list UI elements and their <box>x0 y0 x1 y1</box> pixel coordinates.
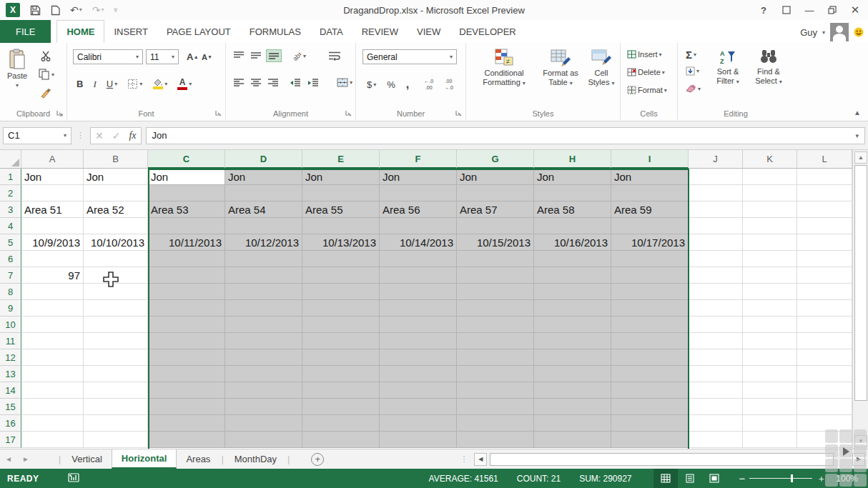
cell-G1[interactable]: Jon <box>457 169 534 185</box>
cell-D10[interactable] <box>225 317 302 333</box>
cell-E3[interactable]: Area 55 <box>302 201 380 218</box>
wrap-text-icon[interactable] <box>327 50 342 62</box>
cell-B4[interactable] <box>84 218 148 234</box>
cell-B2[interactable] <box>84 185 148 201</box>
cell-A13[interactable] <box>21 366 84 382</box>
cell-I6[interactable] <box>611 251 689 267</box>
tab-view[interactable]: VIEW <box>408 20 450 43</box>
column-header-B[interactable]: B <box>84 150 148 169</box>
scroll-down-icon[interactable]: ▼ <box>854 435 867 447</box>
expand-formula-bar-icon[interactable]: ▾ <box>855 132 859 139</box>
cell-I10[interactable] <box>611 317 689 333</box>
cell-C5[interactable]: 10/11/2013 <box>148 234 225 251</box>
cell-A5[interactable]: 10/9/2013 <box>21 234 84 251</box>
status-count[interactable]: COUNT: 21 <box>517 474 561 484</box>
cell-F5[interactable]: 10/14/2013 <box>380 234 457 251</box>
decrease-decimal-icon[interactable]: .00→.0 <box>442 77 455 91</box>
cell-A2[interactable] <box>21 185 84 201</box>
tab-review[interactable]: REVIEW <box>352 20 408 43</box>
confirm-entry-icon[interactable]: ✓ <box>112 130 121 141</box>
cell-L16[interactable] <box>797 415 852 432</box>
cell-D3[interactable]: Area 54 <box>225 201 302 218</box>
cell-I11[interactable] <box>611 333 689 349</box>
font-size-select[interactable]: 11▾ <box>146 49 179 64</box>
sheet-nav-left-icon[interactable]: ◄ <box>0 455 17 463</box>
paste-button[interactable]: Paste ▾ <box>7 49 27 89</box>
cell-I13[interactable] <box>611 366 689 382</box>
cell-B3[interactable]: Area 52 <box>84 201 148 218</box>
user-avatar[interactable] <box>830 23 849 41</box>
row-header-8[interactable]: 8 <box>0 284 21 300</box>
cell-H7[interactable] <box>534 267 611 284</box>
cell-L15[interactable] <box>797 399 852 415</box>
clipboard-dialog-launcher[interactable] <box>56 110 64 117</box>
align-bottom-icon[interactable] <box>266 49 282 62</box>
cell-F13[interactable] <box>380 366 457 382</box>
conditional-formatting-button[interactable]: ≠ Conditional Formatting ▾ <box>472 49 536 87</box>
number-dialog-launcher[interactable] <box>455 110 463 117</box>
tab-developer[interactable]: DEVELOPER <box>450 20 525 43</box>
cell-C9[interactable] <box>148 300 225 317</box>
cell-K8[interactable] <box>743 284 797 300</box>
restore-button[interactable] <box>822 1 842 19</box>
delete-cells-button[interactable]: Delete▾ <box>625 66 667 78</box>
cell-C14[interactable] <box>148 382 225 399</box>
cell-A10[interactable] <box>21 317 84 333</box>
cell-L4[interactable] <box>797 218 852 234</box>
align-center-icon[interactable] <box>249 77 263 89</box>
orientation-button[interactable]: ab ▾ <box>289 49 308 62</box>
collapse-ribbon-icon[interactable]: ▲ <box>854 109 861 116</box>
cell-E2[interactable] <box>302 185 380 201</box>
cell-C3[interactable]: Area 53 <box>148 201 225 218</box>
formula-input[interactable]: Jon ▾ <box>146 127 865 144</box>
cell-A14[interactable] <box>21 382 84 399</box>
merge-center-button[interactable]: ▾ <box>335 76 355 89</box>
cell-D9[interactable] <box>225 300 302 317</box>
align-top-icon[interactable] <box>232 50 246 61</box>
cell-C16[interactable] <box>148 415 225 432</box>
cell-G3[interactable]: Area 57 <box>457 201 534 218</box>
cell-G4[interactable] <box>457 218 534 234</box>
cell-K10[interactable] <box>743 317 797 333</box>
cell-E7[interactable] <box>302 267 380 284</box>
cell-J17[interactable] <box>689 432 743 448</box>
vertical-scrollbar-thumb[interactable] <box>854 165 867 401</box>
cell-G2[interactable] <box>457 185 534 201</box>
cell-F6[interactable] <box>380 251 457 267</box>
cell-K13[interactable] <box>743 366 797 382</box>
cell-I16[interactable] <box>611 415 689 432</box>
cell-G11[interactable] <box>457 333 534 349</box>
bold-button[interactable]: B <box>74 77 85 91</box>
sheet-nav-right-icon[interactable]: ► <box>17 455 34 463</box>
hscroll-left-icon[interactable]: ◀ <box>474 453 487 466</box>
cell-B5[interactable]: 10/10/2013 <box>84 234 148 251</box>
cell-A7[interactable]: 97 <box>21 267 84 284</box>
cell-A3[interactable]: Area 51 <box>21 201 84 218</box>
cell-D6[interactable] <box>225 251 302 267</box>
cell-E16[interactable] <box>302 415 380 432</box>
cell-A15[interactable] <box>21 399 84 415</box>
cell-F4[interactable] <box>380 218 457 234</box>
cell-J5[interactable] <box>689 234 743 251</box>
cell-D15[interactable] <box>225 399 302 415</box>
cell-J3[interactable] <box>689 201 743 218</box>
row-header-12[interactable]: 12 <box>0 349 21 366</box>
row-header-11[interactable]: 11 <box>0 333 21 349</box>
tab-page-layout[interactable]: PAGE LAYOUT <box>157 20 240 43</box>
cell-A8[interactable] <box>21 284 84 300</box>
cell-I12[interactable] <box>611 349 689 366</box>
cell-F9[interactable] <box>380 300 457 317</box>
alignment-dialog-launcher[interactable] <box>345 110 352 117</box>
tab-formulas[interactable]: FORMULAS <box>240 20 310 43</box>
close-button[interactable]: ✕ <box>845 1 865 19</box>
cell-G9[interactable] <box>457 300 534 317</box>
cell-B15[interactable] <box>84 399 148 415</box>
cell-F1[interactable]: Jon <box>380 169 457 185</box>
decrease-indent-icon[interactable] <box>287 77 302 89</box>
column-header-A[interactable]: A <box>21 150 84 169</box>
cell-L5[interactable] <box>797 234 852 251</box>
format-painter-icon[interactable] <box>40 87 51 99</box>
cell-J1[interactable] <box>689 169 743 185</box>
cell-C10[interactable] <box>148 317 225 333</box>
cell-I5[interactable]: 10/17/2013 <box>611 234 689 251</box>
